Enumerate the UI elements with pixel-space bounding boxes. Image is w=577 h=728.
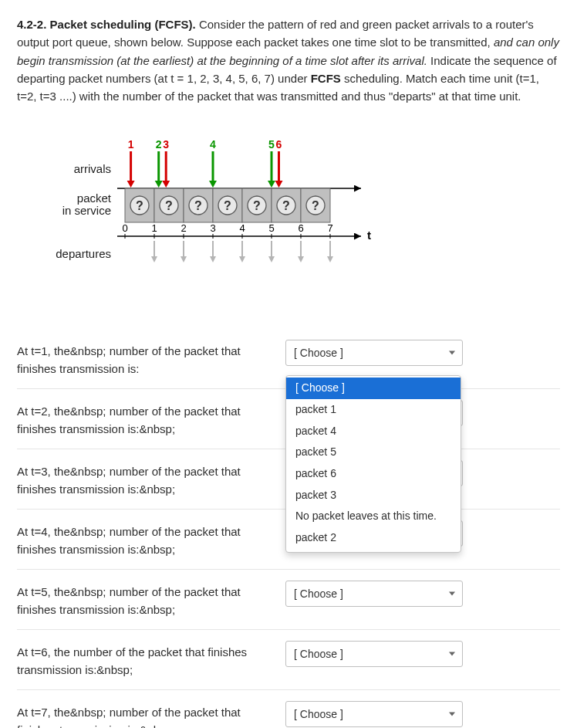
svg-marker-69 (209, 181, 217, 188)
svg-text:2: 2 (156, 138, 162, 151)
svg-text:1: 1 (128, 138, 134, 151)
question-row: At t=1, the&nbsp; number of the packet t… (17, 329, 560, 389)
svg-text:7: 7 (327, 222, 332, 234)
svg-text:1: 1 (151, 222, 157, 234)
svg-text:3: 3 (163, 138, 169, 151)
question-row: At t=6, the number of the packet that fi… (17, 630, 560, 690)
svg-text:?: ? (165, 199, 173, 212)
svg-marker-57 (327, 256, 333, 262)
svg-text:in service: in service (62, 204, 111, 217)
svg-text:4: 4 (239, 222, 245, 234)
dropdown-option[interactable]: packet 3 (286, 485, 461, 506)
answer-select[interactable]: [ Choose ] (285, 641, 463, 667)
question-label: At t=4, the&nbsp; number of the packet t… (17, 520, 279, 558)
question-row: At t=7, the&nbsp; number of the packet t… (17, 690, 560, 728)
timing-diagram-svg: arrivalspacketin servicedepartures??????… (32, 128, 395, 290)
svg-text:6: 6 (298, 222, 303, 234)
svg-text:5: 5 (268, 222, 274, 234)
dropdown-option[interactable]: packet 2 (286, 527, 461, 549)
timing-diagram: arrivalspacketin servicedepartures??????… (17, 125, 560, 321)
svg-marker-49 (268, 256, 275, 262)
svg-text:departures: departures (56, 247, 111, 260)
svg-marker-66 (162, 181, 170, 188)
answer-select[interactable]: [ Choose ] (285, 701, 463, 727)
problem-fcfs: FCFS (311, 72, 341, 85)
problem-title: Packet scheduling (FCFS). (50, 18, 196, 31)
question-row: At t=5, the&nbsp; number of the packet t… (17, 570, 560, 630)
question-label: At t=6, the number of the packet that fi… (17, 641, 279, 679)
answer-select-shell: [ Choose ] (285, 581, 463, 607)
svg-marker-75 (275, 181, 283, 188)
question-label: At t=1, the&nbsp; number of the packet t… (17, 340, 279, 378)
answer-select-shell: [ Choose ] (285, 701, 463, 727)
question-label: At t=5, the&nbsp; number of the packet t… (17, 581, 279, 618)
dropdown-option[interactable]: packet 4 (286, 421, 461, 442)
svg-marker-37 (181, 256, 187, 262)
svg-text:?: ? (312, 199, 319, 212)
answer-select-shell: [ Choose ] (285, 641, 463, 667)
svg-marker-60 (127, 181, 135, 188)
problem-number: 4.2-2. (17, 18, 46, 31)
question-label: At t=7, the&nbsp; number of the packet t… (17, 701, 279, 728)
svg-marker-72 (268, 181, 275, 188)
svg-text:?: ? (136, 199, 143, 212)
svg-text:?: ? (282, 199, 290, 212)
svg-marker-33 (151, 256, 157, 262)
question-list: At t=1, the&nbsp; number of the packet t… (17, 329, 560, 728)
dropdown-option[interactable]: No packet leaves at this time. (286, 506, 461, 527)
svg-text:4: 4 (210, 138, 216, 151)
svg-text:packet: packet (77, 191, 112, 205)
svg-text:2: 2 (181, 222, 186, 234)
svg-text:6: 6 (276, 138, 282, 151)
svg-marker-63 (155, 181, 163, 188)
problem-statement: 4.2-2. Packet scheduling (FCFS). Conside… (17, 15, 560, 105)
svg-text:t: t (367, 229, 371, 242)
dropdown-option[interactable]: packet 6 (286, 463, 461, 485)
question-label: At t=3, the&nbsp; number of the packet t… (17, 460, 279, 498)
dropdown-option[interactable]: packet 1 (286, 399, 461, 421)
svg-marker-41 (210, 256, 216, 262)
svg-text:arrivals: arrivals (74, 162, 111, 175)
svg-text:?: ? (253, 199, 261, 212)
svg-marker-45 (239, 256, 245, 262)
answer-select[interactable]: [ Choose ] (285, 340, 463, 366)
answer-dropdown-open: [ Choose ]packet 1packet 4packet 5packet… (285, 375, 461, 553)
answer-select[interactable]: [ Choose ] (285, 581, 463, 607)
answer-select-shell: [ Choose ][ Choose ]packet 1packet 4pack… (285, 340, 463, 366)
dropdown-option[interactable]: [ Choose ] (286, 378, 461, 399)
svg-text:3: 3 (210, 222, 215, 234)
svg-text:0: 0 (122, 222, 127, 234)
svg-text:?: ? (194, 199, 202, 212)
question-label: At t=2, the&nbsp; number of the packet t… (17, 400, 279, 438)
svg-marker-53 (298, 256, 304, 262)
svg-text:?: ? (224, 199, 231, 212)
svg-text:5: 5 (268, 138, 275, 151)
dropdown-option[interactable]: packet 5 (286, 442, 461, 463)
